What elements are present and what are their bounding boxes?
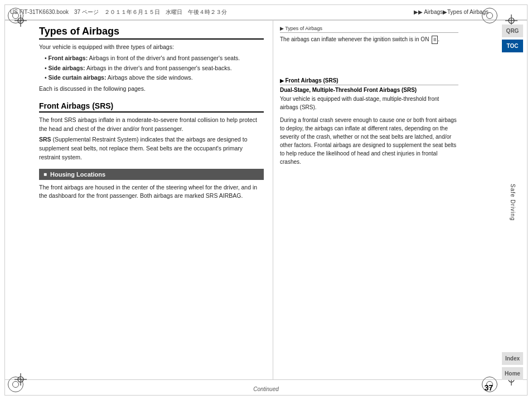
right-types-label: Types of Airbags [280,26,458,33]
index-button[interactable]: Index [502,352,523,365]
front-airbags-para2: SRS (Supplemental Restraint System) indi… [39,135,264,162]
dual-stage-subtitle: Dual-Stage, Multiple-Threshold Front Air… [280,87,458,93]
header-bar: US FIT-31TK6630.book 37 ページ ２０１１年６月１５日 水… [4,4,528,20]
srs-term: SRS [39,136,51,143]
breadcrumb: ▶▶ Airbags▶Types of Airbags [414,9,489,15]
bullet-side: Side airbags: Airbags in the driver's an… [45,64,264,73]
bullet-front: Front airbags: Airbags in front of the d… [45,54,264,63]
right-front-airbags-section: Front Airbags (SRS) Dual-Stage, Multiple… [280,77,458,166]
left-column: Types of Airbags Your vehicle is equippe… [33,20,273,380]
bullet-front-text: Airbags in front of the driver's and fro… [89,55,240,61]
continued-text: Continued [253,386,279,392]
main-content: Types of Airbags Your vehicle is equippe… [33,20,465,380]
front-airbags-section: Front Airbags (SRS) The front SRS airbag… [39,101,264,201]
bullet-front-term: Front airbags: [49,55,88,61]
safe-driving-label: Safe Driving [510,57,516,348]
page-number: 37 [484,383,493,392]
right-types-section: Types of Airbags The airbags can inflate… [280,26,458,44]
dual-stage-para2: During a frontal crash severe enough to … [280,116,458,166]
right-types-text: The airbags can inflate whenever the ign… [280,35,458,44]
front-airbags-title: Front Airbags (SRS) [39,101,264,113]
circle-mark-bl [8,377,23,392]
qrg-button[interactable]: QRG [502,25,523,37]
bullet-side-term: Side airbags: [49,65,85,71]
on-icon: II [432,36,438,45]
types-airbags-outro: Each is discussed in the following pages… [39,85,264,94]
right-column: Types of Airbags The airbags can inflate… [273,20,465,380]
front-airbags-para1: The front SRS airbags inflate in a moder… [39,116,264,134]
bullet-curtain: Side curtain airbags: Airbags above the … [45,74,264,82]
types-airbags-title: Types of Airbags [39,26,264,40]
right-front-label: Front Airbags (SRS) [280,77,458,85]
housing-text: The front airbags are housed in the cent… [39,183,264,201]
srs-desc: (Supplemental Restraint System) indicate… [39,136,248,160]
bullet-curtain-term: Side curtain airbags: [49,74,107,81]
housing-title: Housing Locations [50,171,105,178]
types-airbags-intro: Your vehicle is equipped with three type… [39,43,264,52]
sidebar: QRG TOC Safe Driving Index Home [497,20,528,380]
housing-bar: Housing Locations [39,169,264,180]
bullet-side-text: Airbags in the driver's and front passen… [86,65,232,71]
bullet-curtain-text: Airbags above the side windows. [108,74,193,81]
circle-mark-tl [8,8,23,23]
types-of-airbags-section: Types of Airbags Your vehicle is equippe… [39,26,264,94]
toc-button[interactable]: TOC [502,40,523,52]
file-info: US FIT-31TK6630.book 37 ページ ２０１１年６月１５日 水… [10,8,414,16]
home-button[interactable]: Home [502,367,523,380]
circle-mark-tr [482,8,497,23]
dual-stage-para1: Your vehicle is equipped with dual-stage… [280,95,458,111]
